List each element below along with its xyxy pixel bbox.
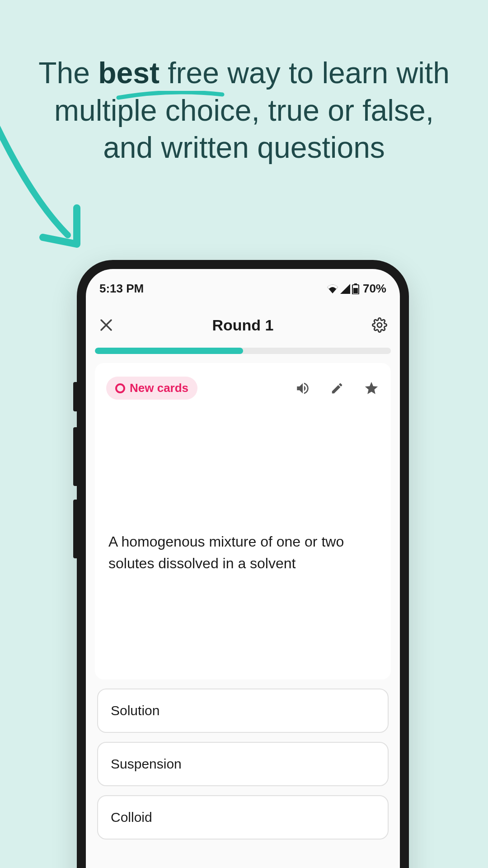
- phone-button: [73, 382, 77, 411]
- speaker-icon: [295, 381, 310, 396]
- app-header: Round 1: [86, 300, 400, 343]
- phone-mockup: 5:13 PM 70%: [77, 260, 409, 868]
- close-button[interactable]: [97, 316, 115, 334]
- pencil-icon: [330, 382, 344, 395]
- signal-icon: [340, 284, 350, 294]
- underline-swoosh-icon: [116, 91, 225, 100]
- battery-icon: [352, 283, 359, 294]
- circle-icon: [115, 383, 125, 393]
- audio-button[interactable]: [295, 380, 311, 396]
- phone-button: [73, 500, 77, 558]
- answer-option[interactable]: Solution: [97, 689, 389, 733]
- status-time: 5:13 PM: [99, 282, 144, 296]
- new-cards-badge: New cards: [106, 377, 197, 400]
- gear-icon: [372, 317, 387, 333]
- phone-button: [73, 427, 77, 486]
- answer-list: Solution Suspension Colloid: [97, 689, 389, 840]
- battery-percent: 70%: [363, 282, 386, 296]
- status-bar: 5:13 PM 70%: [86, 269, 400, 300]
- close-icon: [100, 319, 113, 331]
- phone-screen: 5:13 PM 70%: [86, 269, 400, 868]
- star-button[interactable]: [363, 380, 380, 396]
- wifi-icon: [327, 284, 338, 294]
- answer-option[interactable]: Suspension: [97, 742, 389, 786]
- question-text: A homogenous mixture of one or two solut…: [106, 531, 380, 574]
- page-title: Round 1: [212, 316, 274, 334]
- edit-button[interactable]: [329, 380, 345, 396]
- answer-option[interactable]: Colloid: [97, 795, 389, 840]
- progress-bar: [95, 348, 391, 354]
- arrow-decoration-icon: [0, 104, 99, 262]
- progress-fill: [95, 348, 243, 354]
- settings-button[interactable]: [371, 316, 389, 334]
- svg-rect-2: [353, 288, 358, 293]
- question-card: New cards: [95, 363, 391, 679]
- star-icon: [364, 381, 379, 396]
